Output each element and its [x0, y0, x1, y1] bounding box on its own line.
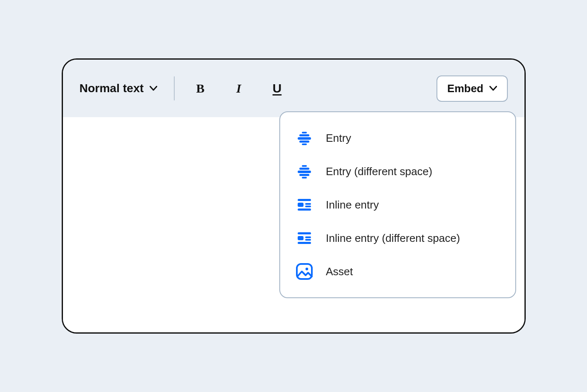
underline-button[interactable]: U	[268, 79, 286, 98]
svg-rect-3	[299, 141, 309, 143]
menu-item-label: Inline entry (different space)	[326, 232, 460, 245]
svg-rect-17	[305, 236, 311, 238]
embed-button[interactable]: Embed	[436, 75, 508, 102]
bold-button[interactable]: B	[191, 79, 210, 98]
menu-item-label: Asset	[326, 265, 353, 278]
svg-rect-5	[302, 165, 307, 167]
italic-icon: I	[236, 81, 241, 95]
inline-entry-icon	[295, 229, 314, 247]
svg-point-21	[305, 268, 308, 270]
editor-toolbar: Normal text B I U Embed	[63, 60, 524, 117]
svg-rect-6	[299, 168, 309, 170]
svg-rect-18	[305, 239, 311, 241]
text-style-dropdown[interactable]: Normal text	[80, 82, 157, 95]
svg-rect-13	[305, 206, 311, 207]
text-style-label: Normal text	[80, 82, 144, 95]
entry-block-icon	[295, 129, 314, 147]
asset-icon	[295, 262, 314, 281]
svg-rect-11	[298, 203, 304, 207]
menu-item-entry-different-space[interactable]: Entry (different space)	[280, 155, 515, 188]
bold-icon: B	[196, 81, 205, 95]
svg-rect-20	[297, 264, 312, 279]
svg-rect-7	[298, 171, 311, 173]
svg-rect-2	[298, 137, 311, 140]
svg-rect-4	[302, 143, 307, 145]
menu-item-entry[interactable]: Entry	[280, 121, 515, 155]
svg-rect-0	[302, 132, 307, 133]
menu-item-label: Inline entry	[326, 199, 379, 211]
svg-rect-19	[298, 242, 311, 244]
svg-rect-9	[302, 177, 307, 178]
svg-rect-15	[298, 232, 311, 234]
format-group: B I U	[191, 79, 286, 98]
svg-rect-14	[298, 209, 311, 211]
chevron-down-icon	[489, 86, 497, 91]
inline-entry-icon	[295, 196, 314, 214]
menu-item-asset[interactable]: Asset	[280, 255, 515, 288]
chevron-down-icon	[150, 86, 157, 91]
underline-icon: U	[273, 81, 282, 95]
svg-rect-10	[298, 199, 311, 201]
menu-item-inline-entry[interactable]: Inline entry	[280, 188, 515, 221]
svg-rect-8	[299, 174, 309, 176]
toolbar-divider	[174, 76, 175, 101]
rich-text-editor: Normal text B I U Embed	[62, 58, 526, 334]
entry-block-icon	[295, 162, 314, 181]
menu-item-inline-entry-different-space[interactable]: Inline entry (different space)	[280, 221, 515, 255]
editor-content-area[interactable]: Entry Entry (different space)	[63, 117, 524, 332]
embed-dropdown-menu: Entry Entry (different space)	[279, 111, 516, 298]
menu-item-label: Entry (different space)	[326, 165, 432, 178]
menu-item-label: Entry	[326, 132, 351, 145]
svg-rect-12	[305, 203, 311, 205]
svg-rect-1	[299, 134, 309, 136]
svg-rect-16	[298, 236, 304, 240]
italic-button[interactable]: I	[230, 79, 248, 98]
embed-button-label: Embed	[447, 82, 484, 95]
